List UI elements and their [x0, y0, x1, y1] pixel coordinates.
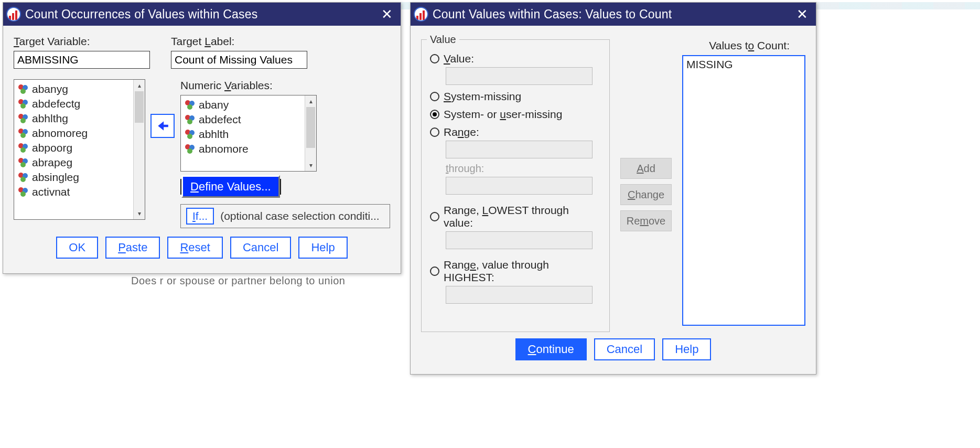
if-button[interactable]: If...	[186, 208, 214, 225]
numeric-variables-label: Numeric Variables:	[180, 79, 390, 92]
target-label-input[interactable]	[171, 51, 307, 69]
variable-item[interactable]: abrapeg	[14, 155, 133, 170]
variable-item[interactable]: abdefect	[181, 112, 305, 127]
variable-name: abdefectg	[32, 98, 80, 110]
radio-system-missing[interactable]: System-missing	[430, 90, 601, 103]
dialog-title: Count Values within Cases: Values to Cou…	[433, 7, 793, 22]
variable-item[interactable]: abnomore	[181, 142, 305, 156]
range-to-input[interactable]	[446, 177, 593, 195]
values-to-count-list[interactable]: MISSING	[682, 55, 805, 326]
values-to-count-label: Values to Count:	[682, 39, 805, 52]
svg-rect-44	[423, 10, 425, 20]
app-icon	[414, 7, 428, 22]
variable-item[interactable]: abdefectg	[14, 97, 133, 111]
svg-point-28	[20, 191, 26, 197]
range-from-input[interactable]	[446, 141, 593, 158]
cancel-button[interactable]: Cancel	[594, 338, 655, 360]
change-button[interactable]: Change	[620, 184, 672, 205]
reset-button[interactable]: Reset	[167, 237, 222, 259]
variable-name: abhlth	[199, 128, 229, 141]
svg-point-31	[187, 104, 192, 110]
target-label-label: Target Label:	[171, 35, 390, 48]
target-variable-label: Target Variable:	[14, 35, 150, 48]
variable-icon	[184, 129, 196, 140]
through-label: through:	[446, 163, 601, 175]
radio-system-or-user-missing[interactable]: System- or user-missing	[430, 108, 601, 121]
dialog-title: Count Occurrences of Values within Cases	[25, 7, 378, 22]
variable-name: abany	[199, 99, 229, 111]
values-to-count-dialog: Count Values within Cases: Values to Cou…	[410, 2, 816, 375]
variable-item[interactable]: abhlth	[181, 127, 305, 142]
variable-name: abdefect	[199, 113, 241, 126]
if-condition-text: (optional case selection conditi...	[220, 210, 380, 222]
svg-rect-3	[15, 10, 17, 20]
svg-point-16	[20, 133, 26, 138]
svg-rect-43	[419, 13, 422, 20]
svg-point-22	[20, 162, 26, 167]
variable-icon	[17, 113, 29, 124]
variable-name: abpoorg	[32, 142, 72, 154]
scroll-up-icon[interactable]: ▴	[305, 95, 317, 107]
cancel-button[interactable]: Cancel	[230, 237, 291, 259]
scroll-thumb[interactable]	[306, 107, 315, 148]
value-legend: Value	[427, 34, 459, 46]
radio-range[interactable]: Range:	[430, 126, 601, 138]
move-left-button[interactable]	[150, 114, 175, 138]
variable-item[interactable]: abany	[181, 98, 305, 112]
variable-item[interactable]: activnat	[14, 185, 133, 199]
remove-button[interactable]: Remove	[620, 210, 672, 231]
scroll-down-icon[interactable]: ▾	[305, 159, 317, 171]
scrollbar[interactable]: ▴ ▾	[305, 95, 316, 171]
variable-icon	[184, 114, 196, 125]
variable-item[interactable]: abanyg	[14, 82, 133, 97]
range-lowest-input[interactable]	[446, 231, 593, 249]
variable-name: abrapeg	[32, 156, 72, 169]
values-to-count-item[interactable]: MISSING	[686, 58, 801, 71]
value-input[interactable]	[446, 67, 593, 85]
help-button[interactable]: Help	[298, 237, 347, 259]
variable-icon	[184, 99, 196, 111]
close-icon[interactable]: ✕	[793, 7, 812, 21]
svg-point-19	[20, 147, 26, 153]
continue-button[interactable]: Continue	[515, 338, 587, 360]
source-variable-list[interactable]: abanygabdefectgabhlthgabnomoregabpoorgab…	[14, 79, 145, 220]
titlebar: Count Values within Cases: Values to Cou…	[411, 3, 816, 26]
variable-icon	[17, 127, 29, 139]
variable-name: absingleg	[32, 171, 79, 184]
variable-icon	[17, 142, 29, 154]
app-icon	[6, 7, 21, 22]
background-grid-text: Does r or spouse or partner belong to un…	[131, 275, 345, 287]
ok-button[interactable]: OK	[56, 237, 98, 259]
paste-button[interactable]: Paste	[105, 237, 160, 259]
svg-point-7	[20, 89, 26, 94]
variable-name: abnomoreg	[32, 127, 88, 140]
range-highest-input[interactable]	[446, 286, 593, 304]
if-condition-box: If... (optional case selection conditi..…	[180, 204, 390, 228]
scrollbar[interactable]: ▴ ▾	[133, 80, 145, 219]
variable-icon	[17, 83, 29, 95]
titlebar: Count Occurrences of Values within Cases…	[3, 3, 401, 26]
scroll-down-icon[interactable]: ▾	[134, 208, 145, 219]
variable-item[interactable]: abnomoreg	[14, 126, 133, 141]
svg-point-37	[187, 134, 192, 139]
svg-point-25	[20, 177, 26, 182]
radio-range-highest[interactable]: Range, value through HIGHEST:	[430, 259, 601, 284]
close-icon[interactable]: ✕	[378, 7, 396, 21]
scroll-up-icon[interactable]: ▴	[134, 80, 145, 91]
help-button[interactable]: Help	[662, 338, 711, 360]
variable-icon	[17, 172, 29, 183]
variable-item[interactable]: abhlthg	[14, 111, 133, 126]
svg-point-40	[187, 148, 192, 154]
define-values-button[interactable]: Define Values...	[180, 179, 281, 195]
add-button[interactable]: Add	[620, 158, 672, 179]
variable-name: abanyg	[32, 83, 68, 95]
variable-item[interactable]: abpoorg	[14, 141, 133, 155]
numeric-variable-list[interactable]: abanyabdefectabhlthabnomore ▴ ▾	[180, 95, 317, 172]
radio-value[interactable]: Value:	[430, 52, 601, 65]
radio-range-lowest[interactable]: Range, LOWEST through value:	[430, 204, 601, 229]
variable-item[interactable]: absingleg	[14, 170, 133, 185]
scroll-thumb[interactable]	[135, 91, 144, 123]
svg-point-13	[20, 118, 26, 123]
target-variable-input[interactable]	[14, 51, 150, 69]
variable-name: activnat	[32, 186, 70, 198]
